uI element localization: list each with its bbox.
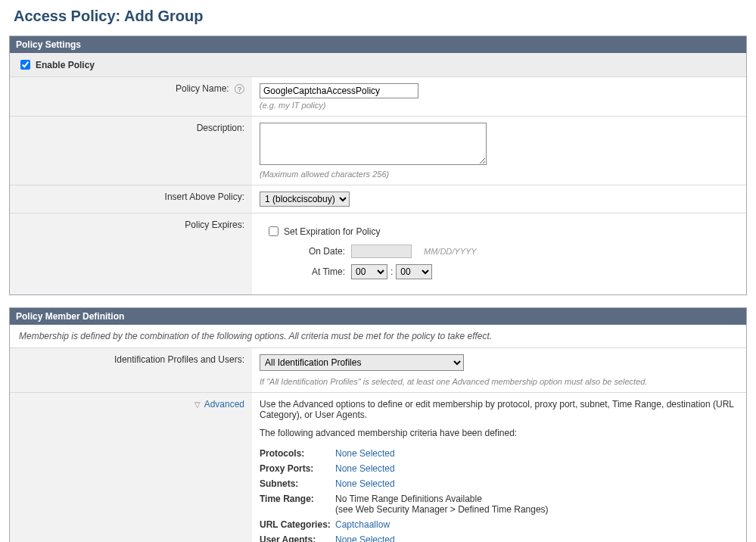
protocols-value[interactable]: None Selected	[335, 448, 395, 459]
policy-name-input[interactable]	[260, 83, 418, 98]
policy-settings-panel: Policy Settings Enable Policy Policy Nam…	[9, 36, 747, 295]
id-profiles-hint: If "All Identification Profiles" is sele…	[260, 377, 739, 386]
time-range-value-2: (see Web Security Manager > Defined Time…	[335, 504, 549, 515]
insert-above-select[interactable]: 1 (blockciscobuy)	[260, 192, 350, 207]
id-profiles-select[interactable]: All Identification Profiles	[260, 354, 464, 371]
policy-member-form: Identification Profiles and Users: All I…	[10, 348, 746, 542]
on-date-label: On Date:	[296, 246, 345, 257]
enable-policy-label: Enable Policy	[36, 60, 95, 70]
time-separator: :	[390, 266, 393, 277]
user-agents-label: User Agents:	[260, 532, 335, 542]
chevron-down-icon: ▽	[194, 400, 201, 409]
description-hint: (Maximum allowed characters 256)	[260, 170, 739, 179]
page-title: Access Policy: Add Group	[14, 8, 747, 25]
time-range-label: Time Range:	[260, 491, 335, 517]
policy-member-panel: Policy Member Definition Membership is d…	[9, 307, 747, 542]
id-profiles-label: Identification Profiles and Users:	[10, 348, 252, 393]
at-time-label: At Time:	[296, 266, 345, 277]
proxy-ports-value[interactable]: None Selected	[335, 463, 395, 474]
advanced-intro-1: Use the Advanced options to define or ed…	[260, 399, 739, 420]
advanced-intro-2: The following advanced membership criter…	[260, 428, 739, 438]
policy-settings-form: Policy Name: ? (e.g. my IT policy) Descr…	[10, 77, 746, 294]
hour-select[interactable]: 00	[351, 264, 387, 279]
on-date-input[interactable]	[351, 245, 412, 258]
policy-name-hint: (e.g. my IT policy)	[260, 101, 739, 110]
set-expiration-label: Set Expiration for Policy	[284, 226, 380, 237]
insert-above-label: Insert Above Policy:	[10, 185, 252, 213]
enable-policy-row: Enable Policy	[10, 53, 746, 77]
policy-expires-label: Policy Expires:	[10, 213, 252, 295]
advanced-content: Use the Advanced options to define or ed…	[260, 399, 739, 542]
help-icon[interactable]: ?	[235, 84, 244, 94]
enable-policy-checkbox[interactable]	[20, 60, 30, 70]
policy-member-header: Policy Member Definition	[10, 308, 746, 325]
proxy-ports-label: Proxy Ports:	[260, 461, 335, 476]
advanced-toggle[interactable]: Advanced	[204, 399, 244, 410]
url-categories-value[interactable]: Captchaallow	[335, 519, 390, 530]
minute-select[interactable]: 00	[396, 264, 432, 279]
url-categories-label: URL Categories:	[260, 517, 335, 532]
subnets-label: Subnets:	[260, 476, 335, 491]
description-label: Description:	[10, 117, 252, 185]
set-expiration-checkbox[interactable]	[269, 226, 278, 236]
protocols-label: Protocols:	[260, 446, 335, 461]
policy-name-label: Policy Name:	[176, 83, 229, 94]
user-agents-value[interactable]: None Selected	[335, 534, 395, 542]
date-format-hint: MM/DD/YYYY	[424, 247, 477, 256]
time-range-value-1: No Time Range Definitions Available	[335, 494, 482, 504]
description-textarea[interactable]	[260, 123, 487, 165]
advanced-criteria-table: Protocols: None Selected Proxy Ports: No…	[260, 446, 553, 542]
policy-settings-header: Policy Settings	[10, 36, 746, 53]
subnets-value[interactable]: None Selected	[335, 478, 395, 489]
policy-member-note: Membership is defined by the combination…	[10, 325, 746, 348]
